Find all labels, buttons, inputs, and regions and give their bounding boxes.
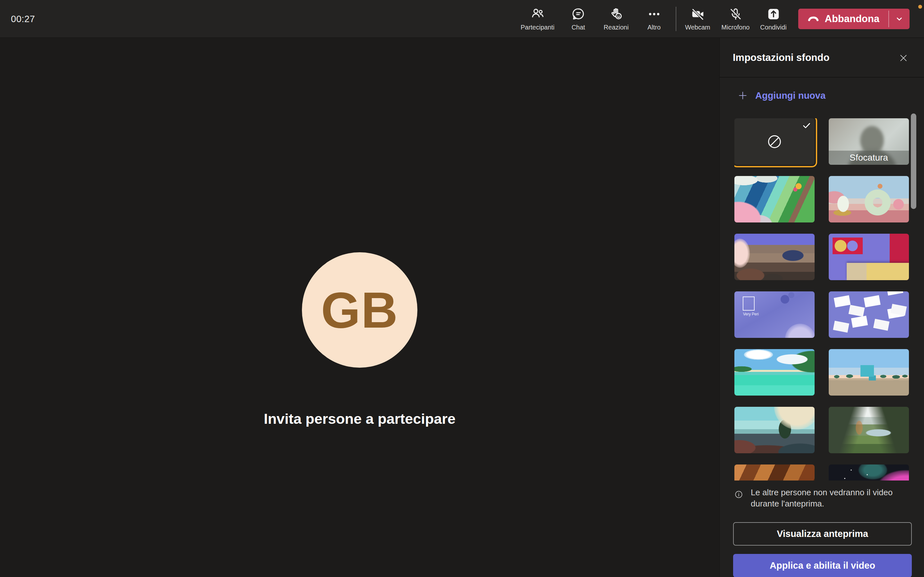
background-settings-panel: Impostazioni sfondo Aggiungi nuova Sfoca… [719,38,924,577]
background-tile-pantone-cards[interactable] [829,292,909,338]
leave-button[interactable]: Abbandona [798,9,889,29]
close-icon [898,53,909,63]
panel-header: Impostazioni sfondo [720,38,924,77]
background-tile-slot-canyon[interactable] [734,464,814,480]
background-tile-none[interactable] [734,118,814,165]
close-panel-button[interactable] [898,52,909,64]
tile-label: Sfocatura [829,151,909,165]
share-button[interactable]: Condividi [754,0,792,38]
chat-label: Chat [572,24,585,31]
preview-button[interactable]: Visualizza anteprima [733,522,912,546]
notification-dot [918,5,922,9]
add-new-background-button[interactable]: Aggiungi nuova [720,78,924,113]
leave-split-button: Abbandona [798,9,910,29]
invite-text: Invita persone a partecipare [0,411,719,427]
selected-check-icon [802,121,811,130]
microphone-label: Microfono [722,24,750,31]
webcam-button[interactable]: Webcam [679,0,717,38]
share-label: Condividi [760,24,787,31]
participants-button[interactable]: Partecipanti [516,0,559,38]
hang-up-icon [806,12,820,26]
toolbar-divider [676,7,676,31]
background-grid: SfocaturaVery Peri [734,118,910,480]
microphone-button[interactable]: Microfono [717,0,754,38]
background-tile-study-shelves[interactable] [829,234,909,280]
background-tile-tropical-lagoon[interactable] [734,349,814,396]
chat-icon [571,7,586,21]
reactions-button[interactable]: Reazioni [598,0,635,38]
background-tile-very-peri-fuzz[interactable]: Very Peri [734,292,814,338]
more-button[interactable]: Altro [635,0,673,38]
webcam-off-icon [690,7,705,21]
meeting-timer: 00:27 [11,0,35,38]
background-tile-blur[interactable]: Sfocatura [829,118,909,165]
preview-note: Le altre persone non vedranno il video d… [720,485,924,509]
panel-scrollbar[interactable] [911,113,916,209]
avatar-initials: GB [321,281,399,339]
background-tile-abstract-waves[interactable] [734,176,814,222]
chevron-down-icon [894,13,905,24]
chat-button[interactable]: Chat [559,0,598,38]
plus-icon [738,90,748,101]
toolbar-buttons: Partecipanti Chat Reazioni [516,0,910,38]
share-icon [766,7,781,21]
no-background-icon [767,134,782,149]
preview-note-text: Le altre persone non vedranno il video d… [751,485,908,509]
panel-title: Impostazioni sfondo [733,52,829,63]
more-icon [647,7,662,21]
avatar: GB [302,252,417,367]
participants-label: Partecipanti [521,24,555,31]
meeting-toolbar: 00:27 Partecipanti Chat [0,0,924,38]
background-tile-alien-landscape[interactable] [734,407,814,453]
info-icon [734,490,743,499]
background-tile-living-room[interactable] [734,234,814,280]
microphone-off-icon [728,7,743,21]
reactions-label: Reazioni [604,24,629,31]
add-new-label: Aggiungi nuova [755,90,825,101]
background-tile-lifeguard-beach[interactable] [829,349,909,396]
participants-icon [530,7,545,21]
tile-caption: Very Peri [743,312,759,316]
leave-label: Abbandona [825,13,880,25]
apply-button[interactable]: Applica e abilita il video [733,554,912,577]
meeting-stage: GB Invita persone a partecipare [0,38,719,577]
reactions-icon [609,7,624,21]
background-tile-birthday-party[interactable] [829,176,909,222]
more-label: Altro [648,24,661,31]
webcam-label: Webcam [685,24,710,31]
leave-options-button[interactable] [889,9,909,29]
background-tile-mountain-valley[interactable] [829,407,909,453]
background-tile-pink-galaxy[interactable] [829,464,909,480]
